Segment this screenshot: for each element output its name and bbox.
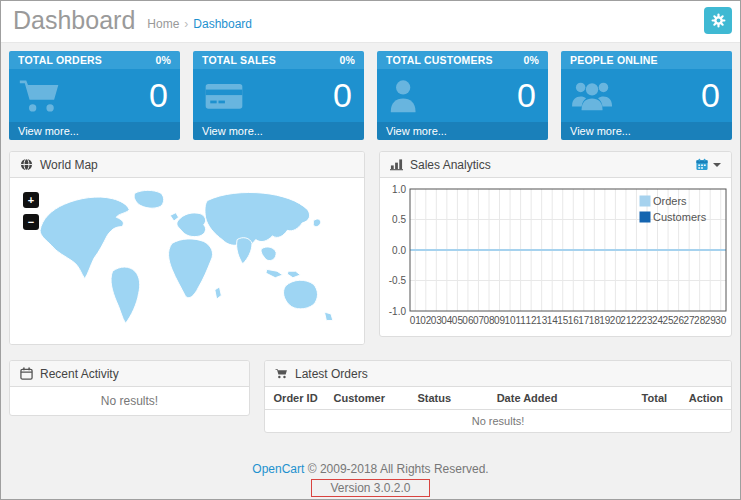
column-customer: Customer [326,387,410,410]
gear-icon [711,13,726,28]
breadcrumb-home-link[interactable]: Home [147,17,179,31]
recent-activity-panel: Recent Activity No results! [9,360,250,416]
calendar-icon [20,367,33,380]
tile-value: 0 [701,75,720,114]
developer-settings-button[interactable] [704,7,732,34]
page-title: Dashboard [13,6,135,35]
tile-percent: 0% [155,54,171,66]
svg-text:-1.0: -1.0 [389,306,407,317]
chevron-down-icon [713,163,721,167]
tile-percent: 0% [339,54,355,66]
column-order-id: Order ID [265,387,326,410]
column-date-added: Date Added [489,387,592,410]
column-total: Total [591,387,675,410]
user-icon [386,77,426,115]
copyright-text: © 2009-2018 All Rights Reserved. [308,462,489,476]
opencart-link[interactable]: OpenCart [252,462,304,476]
tile-people-online: PEOPLE ONLINE 0 View more... [561,51,732,140]
sales-chart: 0102030405060708091011121314151617181920… [382,184,732,334]
chart-range-dropdown-button[interactable] [695,158,721,171]
latest-orders-table: Order ID Customer Status Date Added Tota… [265,387,731,432]
svg-text:0.5: 0.5 [392,214,406,225]
svg-text:Customers: Customers [653,211,707,223]
tile-label: TOTAL ORDERS [18,54,102,66]
view-more-sales-link[interactable]: View more... [193,122,364,140]
tile-value: 0 [333,75,352,114]
dashboard-content: TOTAL ORDERS 0% 0 View more... TOTAL SAL… [1,43,740,500]
svg-text:Orders: Orders [653,195,687,207]
bottom-row: Recent Activity No results! Latest Order… [9,360,732,433]
tile-percent: 0% [523,54,539,66]
table-row: No results! [265,410,731,433]
panel-title: Recent Activity [40,367,119,381]
latest-orders-panel: Latest Orders Order ID Customer Status D… [264,360,732,433]
page-header: Dashboard Home Dashboard [1,1,740,43]
tile-label: TOTAL SALES [202,54,276,66]
stat-tiles: TOTAL ORDERS 0% 0 View more... TOTAL SAL… [9,51,732,140]
world-map-panel: World Map + − [9,151,365,345]
breadcrumb: Home Dashboard [147,17,252,31]
tile-label: TOTAL CUSTOMERS [386,54,493,66]
tile-label: PEOPLE ONLINE [570,54,658,66]
globe-icon [20,158,33,171]
svg-text:30: 30 [715,315,727,326]
version-annotation-box: Version 3.0.2.0 [311,479,429,497]
view-more-online-link[interactable]: View more... [561,122,732,140]
view-more-orders-link[interactable]: View more... [9,122,180,140]
breadcrumb-current-link[interactable]: Dashboard [184,17,252,31]
page-footer: OpenCart © 2009-2018 All Rights Reserved… [9,462,732,497]
column-action: Action [675,387,731,410]
sales-chart-container: 0102030405060708091011121314151617181920… [380,178,731,336]
panel-title: World Map [40,158,98,172]
world-map[interactable]: + − [10,178,364,344]
credit-card-icon [202,77,246,115]
version-text: Version 3.0.2.0 [330,481,410,495]
bar-chart-icon [390,158,403,171]
users-icon [570,77,616,115]
view-more-customers-link[interactable]: View more... [377,122,548,140]
svg-text:0.0: 0.0 [392,245,406,256]
map-zoom-in-button[interactable]: + [23,192,39,208]
tile-value: 0 [517,75,536,114]
tile-value: 0 [149,75,168,114]
panel-title: Sales Analytics [410,158,491,172]
panels-row: World Map + − [9,151,732,345]
calendar-icon [695,158,709,171]
tile-total-customers: TOTAL CUSTOMERS 0% 0 View more... [377,51,548,140]
map-zoom-out-button[interactable]: − [23,214,39,230]
svg-text:-0.5: -0.5 [389,275,407,286]
latest-orders-empty: No results! [265,410,731,433]
world-map-svg [16,182,356,340]
svg-text:1.0: 1.0 [392,184,406,195]
table-header-row: Order ID Customer Status Date Added Tota… [265,387,731,410]
shopping-cart-icon [275,367,288,380]
panel-title: Latest Orders [295,367,368,381]
svg-text:10: 10 [505,315,517,326]
sales-analytics-panel: Sales Analytics 0102030405060708091 [379,151,732,337]
shopping-cart-icon [18,77,62,115]
tile-total-sales: TOTAL SALES 0% 0 View more... [193,51,364,140]
recent-activity-empty: No results! [10,387,249,415]
column-status: Status [409,387,488,410]
tile-total-orders: TOTAL ORDERS 0% 0 View more... [9,51,180,140]
